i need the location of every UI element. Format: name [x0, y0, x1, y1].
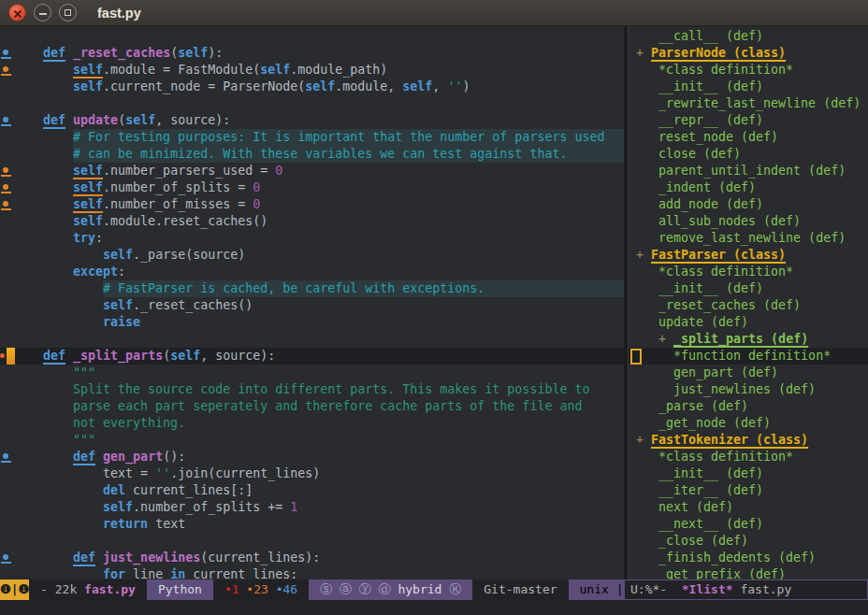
code-line[interactable]: self.number_parsers_used = 0: [0, 163, 624, 179]
code-line[interactable]: def gen_part():: [0, 449, 624, 465]
outline-item[interactable]: _reset_caches (def): [629, 297, 868, 314]
code-line[interactable]: self._parse(source): [0, 247, 624, 264]
outline-item[interactable]: _finish_dedents (def): [629, 550, 868, 566]
code-buffer[interactable]: def _reset_caches(self): self.module = F…: [0, 26, 624, 579]
token-p: [13, 365, 73, 381]
outline-item[interactable]: _get_prefix (def): [629, 566, 868, 579]
outline-item[interactable]: next (def): [629, 499, 868, 516]
minimize-button[interactable]: [34, 4, 51, 21]
code-line[interactable]: """: [0, 432, 624, 449]
outline-item[interactable]: __next__ (def): [629, 516, 868, 533]
token-p: [13, 398, 73, 415]
token-plus: +: [658, 331, 673, 348]
code-line[interactable]: self._reset_caches(): [0, 297, 624, 314]
outline-item[interactable]: _close (def): [629, 533, 868, 550]
outline-item[interactable]: remove_last_newline (def): [629, 230, 868, 247]
token-p: text: [148, 516, 185, 533]
code-line[interactable]: Split the source code into different par…: [0, 381, 624, 398]
code-line[interactable]: self.number_of_splits += 1: [0, 499, 624, 516]
flycheck-warnings[interactable]: •23: [246, 582, 268, 596]
outline-item[interactable]: __iter__ (def): [629, 482, 868, 499]
code-line[interactable]: self.module.reset_caches(): [0, 213, 624, 230]
outline-item[interactable]: gen_part (def): [629, 365, 868, 381]
code-line[interactable]: not everything.: [0, 415, 624, 432]
token-g: gen_part (def): [636, 365, 778, 381]
code-line[interactable]: self.number_of_splits = 0: [0, 179, 624, 196]
maximize-button[interactable]: [59, 4, 77, 21]
outline-item[interactable]: + FastTokenizer (class): [629, 432, 868, 449]
code-line[interactable]: [0, 533, 624, 550]
buffer-info-segment[interactable]: - 22k fast.py: [29, 579, 147, 600]
token-p: text =: [13, 465, 155, 482]
code-line[interactable]: [0, 28, 624, 45]
outline-item[interactable]: *class definition*: [629, 264, 868, 280]
token-plus: +: [636, 45, 651, 62]
window-titlebar[interactable]: fast.py: [0, 0, 868, 26]
outline-item[interactable]: + _split_parts (def): [629, 331, 868, 348]
outline-item[interactable]: *class definition*: [629, 62, 868, 79]
close-button[interactable]: [8, 4, 26, 21]
token-s: self: [260, 62, 290, 79]
outline-item[interactable]: reset_node (def): [629, 129, 868, 146]
token-g: _get_prefix (def): [636, 566, 786, 579]
outline-item[interactable]: __init__ (def): [629, 79, 868, 95]
code-line[interactable]: [0, 331, 624, 348]
outline-item[interactable]: + ParserNode (class): [629, 45, 868, 62]
maximize-icon: [65, 9, 71, 16]
outline-item[interactable]: parent_until_indent (def): [629, 163, 868, 179]
flycheck-segment[interactable]: •1 •23 •46: [213, 579, 309, 600]
token-s: self: [178, 45, 208, 62]
outline-item[interactable]: __init__ (def): [629, 280, 868, 297]
token-ku: def: [43, 112, 65, 129]
outline-item[interactable]: just_newlines (def): [629, 381, 868, 398]
code-line[interactable]: text = ''.join(current_lines): [0, 465, 624, 482]
code-line[interactable]: self.number_of_misses = 0: [0, 196, 624, 213]
token-p: (: [118, 112, 125, 129]
minor-modes-segment[interactable]: ⓢ ⓐ ⓨ ⓓ hybrid Ⓚ: [309, 579, 472, 600]
code-line[interactable]: del current_lines[:]: [0, 482, 624, 499]
code-line[interactable]: """: [0, 365, 624, 381]
outline-item[interactable]: __call__ (def): [629, 28, 868, 45]
token-ku: def: [43, 348, 65, 365]
code-line[interactable]: except:: [0, 264, 624, 280]
code-line[interactable]: try:: [0, 230, 624, 247]
minibuffer[interactable]: [0, 600, 868, 615]
outline-item[interactable]: _rewrite_last_newline (def): [629, 95, 868, 112]
code-line[interactable]: parse each part seperately and therefore…: [0, 398, 624, 415]
flycheck-infos[interactable]: •46: [276, 582, 297, 596]
code-line[interactable]: return text: [0, 516, 624, 533]
outline-item[interactable]: _indent (def): [629, 179, 868, 196]
code-line[interactable]: # For testing purposes: It is important …: [0, 129, 624, 146]
outline-item[interactable]: close (def): [629, 146, 868, 163]
outline-item[interactable]: *function definition*: [629, 348, 868, 365]
outline-item[interactable]: __repr__ (def): [629, 112, 868, 129]
code-line[interactable]: # can be minimized. With these variables…: [0, 146, 624, 163]
token-cf: [567, 146, 624, 163]
code-line[interactable]: raise: [0, 314, 624, 331]
code-line[interactable]: # FastParser is cached, be careful with …: [0, 280, 624, 297]
imenu-outline-sidebar[interactable]: __call__ (def)+ ParserNode (class) *clas…: [629, 26, 868, 579]
code-line[interactable]: def _split_parts(self, source):: [0, 348, 624, 365]
code-line[interactable]: def _reset_caches(self):: [0, 45, 624, 62]
outline-item[interactable]: __init__ (def): [629, 465, 868, 482]
outline-item[interactable]: *class definition*: [629, 449, 868, 465]
token-d: """: [73, 365, 95, 381]
token-c: # For testing purposes: It is important …: [73, 129, 604, 146]
major-mode-segment[interactable]: Python: [147, 579, 213, 600]
code-line[interactable]: [0, 95, 624, 112]
outline-item[interactable]: update (def): [629, 314, 868, 331]
outline-item[interactable]: add_node (def): [629, 196, 868, 213]
outline-item[interactable]: + FastParser (class): [629, 247, 868, 264]
code-line[interactable]: for line in current_lines:: [0, 566, 624, 579]
outline-item[interactable]: _parse (def): [629, 398, 868, 415]
outline-item[interactable]: _get_node (def): [629, 415, 868, 432]
token-p: [13, 432, 73, 449]
code-line[interactable]: self.module = FastModule(self.module_pat…: [0, 62, 624, 79]
code-line[interactable]: self.current_node = ParserNode(self.modu…: [0, 79, 624, 95]
code-line[interactable]: def update(self, source):: [0, 112, 624, 129]
flycheck-errors[interactable]: •1: [224, 582, 239, 596]
git-branch-segment[interactable]: Git-master: [472, 579, 568, 600]
code-line[interactable]: def just_newlines(current_lines):: [0, 550, 624, 566]
outline-item[interactable]: all_sub_nodes (def): [629, 213, 868, 230]
token-k: for: [103, 566, 125, 579]
